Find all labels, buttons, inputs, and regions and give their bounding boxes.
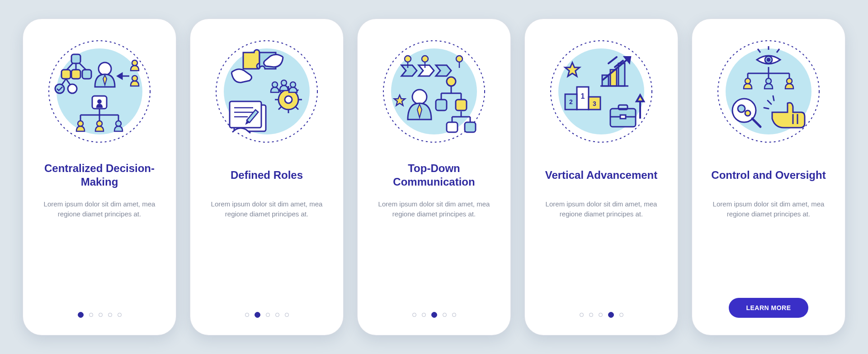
svg-rect-85: [620, 115, 626, 119]
dot-indicator[interactable]: [255, 312, 260, 318]
dot-indicator[interactable]: [285, 313, 289, 317]
dot-indicator[interactable]: [619, 313, 623, 317]
dot-indicator[interactable]: [89, 313, 93, 317]
card-title: Centralized Decision-Making: [37, 161, 162, 189]
svg-point-15: [55, 84, 64, 93]
dot-indicator[interactable]: [275, 313, 279, 317]
onboarding-card: Defined Roles Lorem ipsum dolor sit dim …: [190, 19, 344, 335]
card-body: Lorem ipsum dolor sit dim amet, mea regi…: [712, 199, 825, 219]
dot-indicator[interactable]: [118, 313, 122, 317]
svg-point-91: [767, 58, 770, 61]
onboarding-card: Centralized Decision-Making Lorem ipsum …: [23, 19, 176, 335]
dot-indicator[interactable]: [412, 313, 416, 317]
dot-indicator[interactable]: [78, 312, 84, 318]
card-body: Lorem ipsum dolor sit dim amet, mea regi…: [43, 199, 156, 219]
dot-indicator[interactable]: [443, 313, 447, 317]
dot-indicator[interactable]: [245, 313, 249, 317]
dot-indicator[interactable]: [108, 313, 112, 317]
svg-point-16: [68, 84, 77, 93]
svg-point-34: [285, 96, 292, 103]
svg-rect-63: [436, 100, 447, 110]
dot-indicator[interactable]: [608, 312, 614, 318]
pagination-dots: [412, 312, 456, 318]
svg-text:3: 3: [593, 100, 596, 107]
svg-rect-65: [447, 122, 458, 132]
pagination-dots: [245, 312, 289, 318]
svg-point-62: [447, 77, 456, 86]
dot-indicator[interactable]: [599, 313, 603, 317]
svg-text:2: 2: [569, 98, 573, 105]
svg-point-35: [272, 82, 278, 87]
svg-rect-12: [61, 70, 71, 79]
card-body: Lorem ipsum dolor sit dim amet, mea regi…: [377, 199, 491, 219]
card-title: Top-Down Communication: [371, 161, 497, 189]
svg-point-106: [745, 110, 750, 116]
svg-point-49: [422, 56, 428, 62]
top-down-communication-icon: [380, 37, 488, 146]
svg-rect-64: [456, 100, 467, 110]
onboarding-card: 1 2 3 Vertical Advancement Lorem ipsum d…: [524, 19, 678, 335]
dot-indicator[interactable]: [266, 313, 270, 317]
svg-text:1: 1: [581, 92, 585, 100]
dot-indicator[interactable]: [589, 313, 593, 317]
svg-point-101: [766, 78, 771, 84]
svg-point-51: [456, 56, 462, 62]
card-body: Lorem ipsum dolor sit dim amet, mea regi…: [545, 199, 658, 219]
svg-rect-13: [71, 70, 80, 79]
svg-point-3: [99, 62, 111, 75]
dot-indicator[interactable]: [452, 313, 456, 317]
svg-point-36: [281, 80, 287, 86]
svg-point-37: [290, 82, 296, 87]
defined-roles-icon: [212, 37, 321, 146]
dot-indicator[interactable]: [431, 312, 437, 318]
learn-more-button[interactable]: LEARN MORE: [729, 298, 808, 318]
svg-line-110: [773, 96, 774, 100]
dot-indicator[interactable]: [99, 313, 103, 317]
pagination-dots: [580, 312, 623, 318]
card-body: Lorem ipsum dolor sit dim amet, mea regi…: [210, 199, 323, 219]
dot-indicator[interactable]: [580, 313, 584, 317]
svg-point-100: [745, 78, 750, 84]
svg-point-105: [738, 105, 745, 112]
pagination-dots: [78, 312, 122, 318]
svg-point-47: [405, 56, 411, 62]
dot-indicator[interactable]: [422, 313, 426, 317]
centralized-decision-icon: [45, 37, 154, 146]
svg-point-102: [787, 78, 792, 84]
onboarding-card: Control and Oversight Lorem ipsum dolor …: [692, 19, 845, 335]
card-title: Control and Oversight: [711, 161, 826, 189]
svg-point-45: [391, 48, 477, 134]
svg-rect-14: [82, 70, 91, 79]
svg-rect-66: [465, 122, 476, 132]
vertical-advancement-icon: 1 2 3: [547, 37, 656, 146]
svg-point-53: [412, 90, 427, 104]
card-title: Defined Roles: [231, 161, 303, 189]
svg-line-111: [764, 108, 769, 109]
card-title: Vertical Advancement: [545, 161, 658, 189]
svg-rect-11: [71, 54, 80, 63]
control-oversight-icon: [714, 37, 823, 146]
onboarding-card: Top-Down Communication Lorem ipsum dolor…: [357, 19, 511, 335]
